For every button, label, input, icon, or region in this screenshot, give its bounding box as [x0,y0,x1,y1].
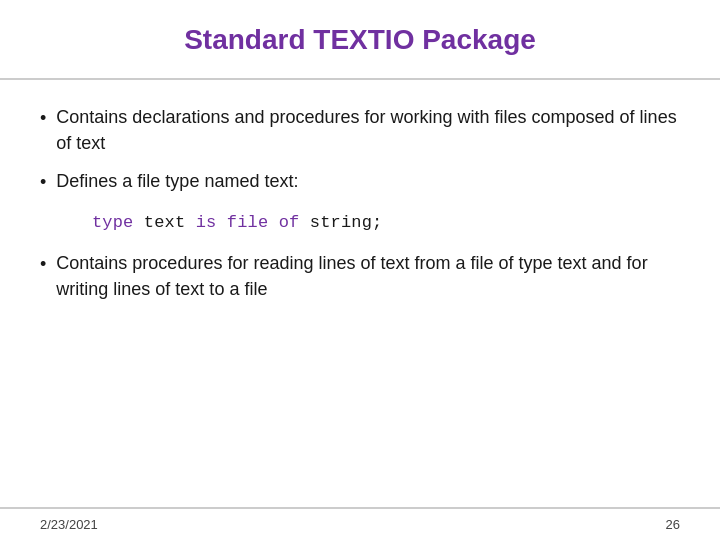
code-plain-1: text [134,213,196,232]
bullet-text-2: Defines a file type named text: [56,168,298,194]
bullet-text-1: Contains declarations and procedures for… [56,104,680,156]
code-keyword-1: type [92,213,134,232]
code-plain-2 [216,213,226,232]
code-keyword-3: file [227,213,269,232]
slide-header: Standard TEXTIO Package [0,0,720,80]
slide: Standard TEXTIO Package • Contains decla… [0,0,720,540]
footer-page: 26 [666,517,680,532]
code-line: type text is file of string; [92,213,680,232]
footer-date: 2/23/2021 [40,517,98,532]
slide-title: Standard TEXTIO Package [40,24,680,56]
bullet-dot-3: • [40,251,46,277]
code-plain-4: string; [299,213,382,232]
slide-content: • Contains declarations and procedures f… [0,80,720,507]
bullet-text-3: Contains procedures for reading lines of… [56,250,680,302]
bullet-item-2: • Defines a file type named text: [40,168,680,195]
bullet-item-3: • Contains procedures for reading lines … [40,250,680,302]
bullet-dot-2: • [40,169,46,195]
code-keyword-2: is [196,213,217,232]
bullet-dot-1: • [40,105,46,131]
bullet-item-1: • Contains declarations and procedures f… [40,104,680,156]
code-keyword-4: of [279,213,300,232]
slide-footer: 2/23/2021 26 [0,507,720,540]
code-plain-3 [268,213,278,232]
